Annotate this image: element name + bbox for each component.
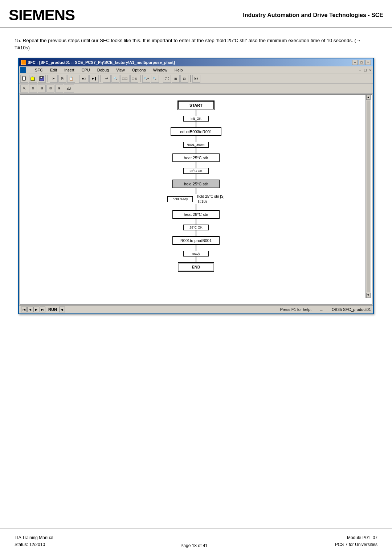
cursor-tool[interactable]: ↖ (20, 85, 28, 93)
search-replace-button[interactable]: 🔍 (111, 75, 119, 83)
help-button[interactable]: k? (192, 75, 200, 83)
page-header: SIEMENS Industry Automation and Drive Te… (0, 0, 392, 28)
menu-debug[interactable]: Debug (96, 67, 110, 73)
status-info: OB35 SFC_product01 (332, 307, 371, 312)
siemens-logo: SIEMENS (9, 7, 75, 24)
transition-r001-350ml[interactable]: R001_350ml (183, 142, 209, 148)
step-heat-28[interactable]: heat 28°C stir (172, 210, 220, 219)
scrollbar-down[interactable]: ▼ (366, 293, 371, 298)
menu-window-controls[interactable]: − □ × (359, 68, 372, 72)
search2-button[interactable]: ⬚◎ (130, 75, 138, 83)
menu-sfc[interactable]: SFC (33, 67, 44, 73)
status-bar-right: Press F1 for help. ... OB35 SFC_product0… (280, 307, 371, 312)
25ok-connector: 25°C OK (183, 168, 209, 180)
zoom-out-button[interactable]: 🔍- (151, 75, 159, 83)
header-title: Industry Automation and Drive Technologi… (243, 12, 383, 19)
title-bar-buttons[interactable]: − □ × (352, 60, 371, 65)
parallel-tool[interactable]: ⊡ (46, 85, 54, 93)
pan-button[interactable]: ⊡ (180, 75, 188, 83)
toolbar-separator-4 (140, 75, 140, 82)
app-window: SFC - [SFC_product01 -- SCE_PCS7_Prj\SCE… (18, 58, 374, 314)
jump-tool[interactable]: ⊞ (55, 85, 63, 93)
new-button[interactable] (20, 75, 28, 83)
monitor-button[interactable]: ■□ (79, 75, 89, 83)
end-connector: END (178, 262, 214, 272)
svg-rect-3 (40, 77, 42, 78)
prev-button[interactable]: ⛶ (163, 75, 171, 83)
line-9 (196, 219, 196, 225)
minimize-button[interactable]: − (352, 60, 358, 65)
cut-button[interactable]: ✂ (50, 75, 58, 83)
menu-edit[interactable]: Edit (49, 67, 58, 73)
line-8 (196, 204, 196, 210)
instruction-number: 15. (15, 38, 21, 43)
paste-button[interactable]: 📋 (67, 75, 75, 83)
arrow-button[interactable]: ↵ (103, 75, 111, 83)
title-bar: SFC - [SFC_product01 -- SCE_PCS7_Prj\SCE… (19, 58, 373, 66)
pb-first[interactable]: |◀ (21, 307, 27, 312)
pb-play[interactable]: ▶ (33, 307, 39, 312)
playback-controls[interactable]: |◀ ◀ ▶ ▶| (21, 307, 45, 312)
run-label: RUN (48, 307, 57, 312)
holdready-row: hold ready hold 25°C stir [S] T#10s --- (20, 194, 372, 204)
step-start[interactable]: START (177, 100, 215, 110)
menu-options[interactable]: Options (131, 67, 147, 73)
open-button[interactable] (29, 75, 37, 83)
restore-button[interactable]: □ (359, 60, 364, 65)
window-title: SFC - [SFC_product01 -- SCE_PCS7_Prj\SCE… (28, 60, 175, 65)
step-heat-25[interactable]: heat 25°C stir (172, 153, 220, 162)
save-button[interactable] (38, 75, 46, 83)
copy-button[interactable]: ⎘ (58, 75, 66, 83)
footer-center: Page 18 of 41 (180, 543, 208, 548)
transition-tool[interactable]: ⊟ (38, 85, 46, 93)
footer-status: Status: 12/2010 (15, 541, 53, 548)
transition-hold-ready[interactable]: hold ready (167, 196, 193, 202)
heat25-connector: heat 25°C stir (172, 153, 220, 168)
transition-init-ok[interactable]: init_OK (183, 116, 209, 122)
line-1 (196, 110, 196, 116)
transition-25c-ok[interactable]: 25°C OK (183, 168, 209, 174)
menu-bar-left (20, 67, 26, 73)
scrollbar-up[interactable]: ▲ (366, 95, 371, 100)
line-12 (196, 257, 196, 262)
transition-28c-ok[interactable]: 28°C OK (183, 225, 209, 230)
step-r001-prod[interactable]: R001to prodB001 (172, 236, 220, 245)
hold-annotation: hold 25°C stir [S] T#10s --- (197, 194, 224, 204)
line-6 (196, 174, 196, 180)
menu-view[interactable]: View (115, 67, 126, 73)
menu-window[interactable]: Window (152, 67, 169, 73)
canvas-area: ▲ ▼ START init_OK (20, 94, 372, 305)
text-tool[interactable]: abl (64, 85, 74, 93)
pb-end[interactable]: ▶| (40, 307, 45, 312)
educt-connector: eductB003toR001 (171, 127, 221, 142)
instruction-body: Repeat the previous steps until our SFC … (15, 38, 361, 50)
menu-help[interactable]: Help (173, 67, 184, 73)
toolbar-separator-2 (77, 75, 77, 82)
menu-insert[interactable]: Insert (63, 67, 76, 73)
step-educt[interactable]: eductB003toR001 (171, 127, 221, 136)
r001350-connector: R001_350ml (183, 142, 209, 153)
toolbar-2: ↖ ⊠ ⊟ ⊡ ⊞ abl (19, 84, 373, 94)
line-11 (196, 245, 196, 251)
step-hold-25[interactable]: hold 25°C stir (172, 180, 220, 188)
pb-prev[interactable]: ◀ (27, 307, 33, 312)
search-button[interactable]: ⬚⬚ (120, 75, 130, 83)
page-content: 15. Repeat the previous steps until our … (0, 28, 392, 323)
footer-module: Module P01_07 (335, 534, 377, 541)
toolbar-separator-5 (161, 75, 161, 82)
status-bar-left: |◀ ◀ ▶ ▶| RUN ◀| (21, 307, 65, 312)
line-5 (196, 162, 196, 168)
line-10 (196, 230, 196, 236)
start-connector: START (177, 100, 215, 116)
close-button[interactable]: × (365, 60, 371, 65)
menu-cpu[interactable]: CPU (80, 67, 91, 73)
toolbar-separator-6 (190, 75, 191, 82)
next-button[interactable]: ⊞ (172, 75, 180, 83)
transition-ready[interactable]: ready (183, 251, 209, 257)
footer-training: TIA Training Manual (15, 534, 53, 541)
sim-button[interactable]: ▶▐ (89, 75, 99, 83)
step-tool[interactable]: ⊠ (29, 85, 37, 93)
step-end[interactable]: END (178, 262, 214, 272)
pb-stop[interactable]: ◀| (59, 307, 65, 312)
zoom-in-button[interactable]: 🔍+ (142, 75, 150, 83)
